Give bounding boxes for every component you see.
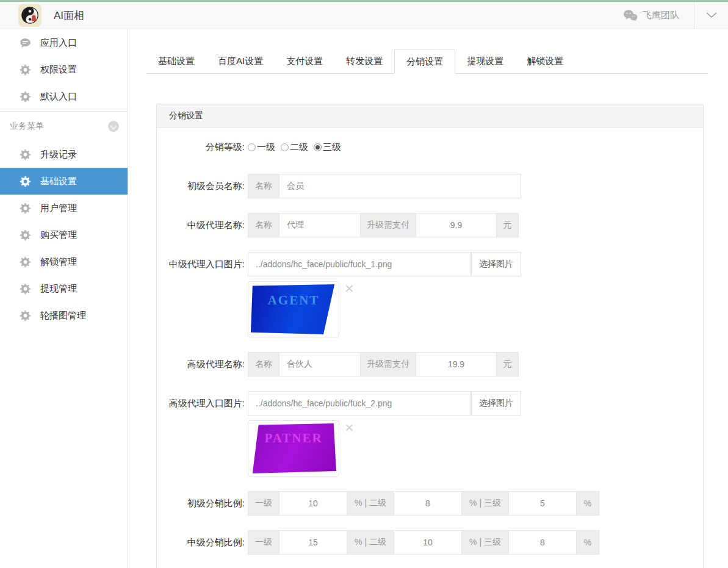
junior-member-name-row: 初级会员名称: 名称 (157, 174, 703, 198)
mid-agent-price-input[interactable] (416, 213, 497, 237)
level1-addon: 一级 (248, 491, 279, 516)
wechat-icon (623, 9, 638, 21)
mid-ratio-row: 中级分销比例: 一级 % | 二级 % | 三级 % (157, 530, 703, 555)
remove-image-icon[interactable]: × (344, 282, 355, 293)
junior-ratio-row: 初级分销比例: 一级 % | 二级 % | 三级 % (157, 491, 703, 516)
tab-baidu-ai-settings[interactable]: 百度AI设置 (206, 49, 275, 73)
gear-icon (20, 203, 31, 214)
gear-icon (20, 256, 31, 268)
header-dropdown-button[interactable] (694, 2, 728, 29)
tab-payment-settings[interactable]: 支付设置 (275, 49, 334, 73)
sidebar-item-label: 用户管理 (40, 203, 77, 214)
sidebar-item-upgrade-records[interactable]: 升级记录 (0, 141, 128, 168)
mid-ratio-level1-input[interactable] (279, 530, 347, 555)
sidebar-item-app-entry[interactable]: 应用入口 (0, 29, 128, 56)
junior-ratio-level3-input[interactable] (508, 491, 577, 516)
tab-forward-settings[interactable]: 转发设置 (334, 49, 394, 73)
yin-yang-icon (20, 5, 40, 26)
sidebar-item-label: 基础设置 (40, 176, 77, 187)
yuan-unit-addon: 元 (496, 352, 519, 376)
name-addon: 名称 (248, 352, 279, 376)
tab-unlock-settings[interactable]: 解锁设置 (515, 49, 575, 73)
field-label: 初级会员名称: (157, 174, 245, 198)
field-label: 中级代理名称: (157, 213, 245, 237)
chat-bubble-icon (20, 37, 31, 49)
radio-level-3[interactable]: 三级 (314, 142, 341, 153)
tab-distribution-settings[interactable]: 分销设置 (394, 49, 455, 74)
field-label: 分销等级: (157, 135, 245, 159)
choose-image-button[interactable]: 选择图片 (471, 391, 521, 415)
card-image-text: PATNER (264, 431, 322, 473)
sidebar-item-default-entry[interactable]: 默认入口 (0, 83, 128, 110)
gear-icon (20, 283, 31, 295)
junior-ratio-level2-input[interactable] (394, 491, 462, 516)
junior-member-name-input[interactable] (279, 174, 521, 198)
sidebar-item-basic-settings[interactable]: 基础设置 (0, 168, 128, 195)
remove-image-icon[interactable]: × (344, 422, 355, 433)
sidebar-item-label: 默认入口 (40, 91, 77, 102)
sidebar-item-permission-settings[interactable]: 权限设置 (0, 56, 128, 83)
sidebar-item-label: 权限设置 (40, 64, 77, 76)
mid-ratio-level2-input[interactable] (394, 530, 462, 555)
sidebar-item-user-management[interactable]: 用户管理 (0, 195, 128, 221)
field-label: 高级代理入口图片: (157, 391, 245, 415)
percent-addon: % (576, 491, 599, 516)
sidebar-item-unlock-management[interactable]: 解锁管理 (0, 248, 128, 275)
mid-agent-image-path-input[interactable] (248, 252, 471, 276)
field-label: 高级代理名称: (157, 352, 245, 376)
sidebar-item-label: 解锁管理 (40, 256, 77, 268)
gear-icon (20, 310, 31, 322)
gear-icon (20, 91, 31, 102)
app-header: AI面相 飞鹰团队 (0, 2, 728, 29)
sidebar-item-carousel-management[interactable]: 轮播图管理 (0, 302, 128, 329)
mid-agent-name-input[interactable] (279, 213, 361, 237)
gear-icon (20, 229, 31, 241)
agent-card-image: AGENT (251, 284, 336, 334)
upgrade-pay-addon: 升级需支付 (360, 352, 416, 376)
chevron-down-icon (706, 12, 717, 18)
senior-agent-image-path-input[interactable] (248, 391, 471, 415)
radio-icon[interactable] (248, 143, 256, 151)
main-content: 基础设置 百度AI设置 支付设置 转发设置 分销设置 提现设置 解锁设置 分销设… (128, 29, 728, 568)
card-image-text: AGENT (268, 293, 320, 334)
account-menu[interactable]: 飞鹰团队 (623, 9, 694, 21)
radio-label: 二级 (290, 142, 308, 153)
level2-addon: % | 二级 (347, 530, 394, 555)
sidebar-item-label: 轮播图管理 (40, 310, 86, 322)
sidebar: 应用入口 权限设置 默认入口 业务菜单 升级记录 基础设置 用户管理 (0, 29, 128, 568)
sidebar-item-withdrawal-management[interactable]: 提现管理 (0, 275, 128, 302)
distribution-settings-panel: 分销设置 分销等级: 一级 二级 (156, 104, 704, 568)
field-label: 初级分销比例: (157, 491, 245, 516)
radio-icon-checked[interactable] (314, 143, 322, 151)
mid-agent-image-row: 中级代理入口图片: 选择图片 AGENT × (157, 252, 703, 337)
tab-withdrawal-settings[interactable]: 提现设置 (455, 49, 515, 73)
radio-label: 一级 (257, 142, 275, 153)
senior-agent-image-preview: PATNER (248, 420, 339, 476)
mid-agent-name-row: 中级代理名称: 名称 升级需支付 元 (157, 213, 703, 237)
sidebar-item-label: 提现管理 (40, 283, 77, 295)
field-label: 中级分销比例: (157, 530, 245, 555)
tab-basic-settings[interactable]: 基础设置 (146, 49, 206, 73)
senior-agent-price-input[interactable] (416, 352, 497, 376)
collapse-chevron-icon[interactable] (108, 121, 119, 132)
junior-ratio-level1-input[interactable] (279, 491, 347, 516)
settings-tabs: 基础设置 百度AI设置 支付设置 转发设置 分销设置 提现设置 解锁设置 (146, 49, 708, 74)
partner-card-image: PATNER (251, 423, 336, 473)
senior-agent-name-input[interactable] (279, 352, 361, 376)
level3-addon: % | 三级 (461, 491, 509, 516)
distribution-level-row: 分销等级: 一级 二级 三级 (157, 135, 703, 159)
choose-image-button[interactable]: 选择图片 (471, 252, 521, 276)
sidebar-item-label: 购买管理 (40, 229, 77, 241)
radio-level-1[interactable]: 一级 (248, 142, 275, 153)
sidebar-section-label: 业务菜单 (10, 121, 44, 132)
name-addon: 名称 (248, 213, 279, 237)
field-label: 中级代理入口图片: (157, 252, 245, 276)
gear-icon (20, 64, 31, 76)
radio-icon[interactable] (281, 143, 289, 151)
app-logo (18, 4, 41, 27)
radio-level-2[interactable]: 二级 (281, 142, 308, 153)
mid-ratio-level3-input[interactable] (508, 530, 577, 555)
gear-icon (20, 149, 31, 160)
sidebar-item-purchase-management[interactable]: 购买管理 (0, 221, 128, 248)
sidebar-item-label: 升级记录 (40, 149, 77, 160)
